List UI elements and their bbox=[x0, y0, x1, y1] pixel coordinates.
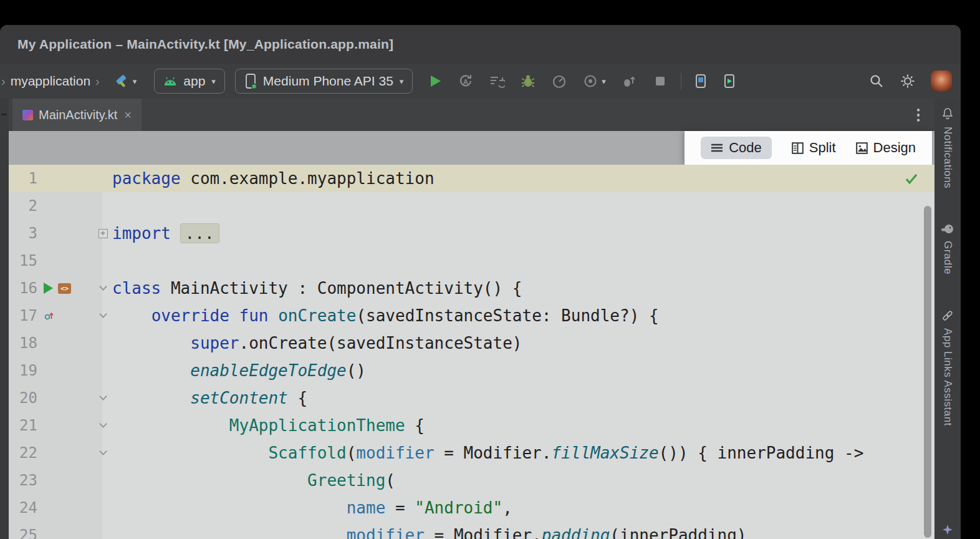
screenshot-root: { "titlebar": { "title": "My Application… bbox=[0, 0, 980, 539]
mode-code-label: Code bbox=[729, 140, 762, 156]
apply-code-changes-button[interactable] bbox=[489, 73, 505, 89]
sidebar-item-app-links-assistant[interactable]: App Links Assistant bbox=[941, 309, 954, 426]
code-text[interactable]: import ... bbox=[112, 224, 219, 243]
run-button[interactable] bbox=[428, 74, 443, 89]
gutter-icons bbox=[37, 310, 94, 321]
mode-design-button[interactable]: Design bbox=[856, 140, 916, 156]
code-text[interactable]: Scaffold(modifier = Modifier.fillMaxSize… bbox=[112, 444, 863, 462]
override-gutter-icon[interactable] bbox=[44, 310, 55, 321]
code-token: = Modifier. bbox=[425, 526, 542, 539]
sidebar-label: Gradle bbox=[941, 241, 954, 274]
line-number[interactable]: 24 bbox=[9, 499, 37, 517]
build-menu-button[interactable]: ▾ bbox=[113, 73, 137, 89]
search-everywhere-button[interactable] bbox=[868, 73, 885, 89]
line-number[interactable]: 25 bbox=[9, 527, 37, 539]
line-number[interactable]: 19 bbox=[9, 362, 37, 379]
code-line: 21 MyApplicationTheme { bbox=[9, 412, 934, 439]
code-editor[interactable]: 1package com.example.myapplication23+imp… bbox=[9, 165, 934, 539]
title-bar: My Application – MainActivity.kt [My_App… bbox=[0, 25, 961, 64]
code-area[interactable]: 1package com.example.myapplication23+imp… bbox=[9, 165, 934, 539]
fold-collapse-icon[interactable] bbox=[99, 392, 107, 401]
line-number[interactable]: 2 bbox=[9, 197, 37, 215]
module-selector[interactable]: app ▾ bbox=[154, 69, 225, 94]
running-devices-button[interactable] bbox=[721, 73, 737, 89]
line-number[interactable]: 21 bbox=[9, 417, 37, 434]
code-token: name bbox=[347, 498, 386, 517]
apply-changes-button[interactable]: A bbox=[458, 73, 474, 89]
fold-collapse-icon[interactable] bbox=[99, 283, 107, 291]
toolbar-right-group bbox=[868, 70, 954, 92]
code-token: modifier bbox=[347, 526, 425, 539]
code-token: "Android" bbox=[415, 498, 502, 517]
left-tool-window-bar[interactable] bbox=[0, 99, 9, 539]
line-number[interactable]: 3 bbox=[9, 225, 37, 242]
inspections-ok-icon[interactable] bbox=[905, 172, 918, 185]
tab-mainactivity[interactable]: MainActivity.kt × bbox=[12, 99, 142, 131]
editor-scrollbar[interactable] bbox=[924, 206, 931, 538]
fold-column bbox=[94, 397, 112, 399]
code-token: (savedInstanceState: Bundle?) { bbox=[356, 306, 658, 325]
code-text[interactable]: package com.example.myapplication bbox=[112, 169, 435, 188]
tab-close-icon[interactable]: × bbox=[124, 108, 132, 122]
line-number[interactable]: 20 bbox=[9, 389, 37, 407]
apply-changes-icon: A bbox=[458, 73, 474, 89]
fold-collapse-icon[interactable] bbox=[99, 420, 107, 428]
line-number[interactable]: 1 bbox=[9, 170, 37, 187]
bell-icon bbox=[941, 107, 954, 120]
device-manager-button[interactable] bbox=[693, 73, 709, 89]
editor-options-button[interactable]: ⋮ bbox=[911, 106, 926, 124]
fold-collapse-icon[interactable] bbox=[99, 310, 107, 318]
avatar[interactable] bbox=[931, 70, 952, 92]
code-text[interactable]: MyApplicationTheme { bbox=[112, 416, 425, 435]
code-line: 25 modifier = Modifier.padding(innerPadd… bbox=[9, 522, 934, 539]
fold-expand-icon[interactable]: + bbox=[98, 229, 108, 238]
code-text[interactable]: class MainActivity : ComponentActivity()… bbox=[112, 279, 522, 298]
code-text[interactable]: enableEdgeToEdge() bbox=[112, 361, 366, 380]
overflow-chevron-icon: › bbox=[1, 74, 6, 89]
line-number[interactable]: 15 bbox=[9, 252, 37, 270]
compose-gutter-icon[interactable]: <> bbox=[58, 283, 71, 294]
mode-code-button[interactable]: Code bbox=[701, 137, 772, 159]
mode-split-button[interactable]: Split bbox=[792, 140, 836, 156]
code-token: ( bbox=[385, 471, 395, 490]
line-number[interactable]: 17 bbox=[9, 307, 37, 324]
line-number[interactable]: 16 bbox=[9, 279, 37, 297]
code-text[interactable]: Greeting( bbox=[112, 471, 395, 490]
fold-collapse-icon[interactable] bbox=[99, 447, 107, 455]
debug-button[interactable] bbox=[520, 73, 536, 89]
line-number[interactable]: 23 bbox=[9, 472, 37, 489]
settings-button[interactable] bbox=[900, 73, 916, 89]
ai-assistant-icon[interactable] bbox=[942, 524, 953, 538]
device-selector[interactable]: Medium Phone API 35 ▾ bbox=[235, 69, 413, 94]
breadcrumb-chevron-icon: › bbox=[95, 74, 100, 89]
running-devices-icon bbox=[721, 73, 737, 89]
attach-debugger-button[interactable] bbox=[621, 73, 637, 89]
code-text[interactable]: name = "Android", bbox=[112, 498, 512, 517]
code-token: ()) { innerPadding -> bbox=[659, 444, 864, 462]
line-number[interactable]: 18 bbox=[9, 334, 37, 352]
code-text[interactable]: modifier = Modifier.padding(innerPadding… bbox=[112, 526, 747, 539]
run-gutter-icon[interactable] bbox=[44, 283, 53, 294]
ide-window: My Application – MainActivity.kt [My_App… bbox=[0, 25, 961, 539]
code-token bbox=[112, 498, 347, 517]
line-number[interactable]: 22 bbox=[9, 444, 37, 462]
code-token bbox=[112, 389, 190, 407]
code-token: { bbox=[288, 389, 307, 407]
code-text[interactable]: override fun onCreate(savedInstanceState… bbox=[112, 306, 659, 325]
gradle-icon bbox=[941, 223, 954, 235]
code-line: 23 Greeting( bbox=[9, 467, 934, 494]
sidebar-item-notifications[interactable]: Notifications bbox=[941, 107, 954, 188]
code-token: modifier bbox=[356, 444, 434, 462]
stop-button[interactable] bbox=[652, 73, 668, 89]
code-line: 19 enableEdgeToEdge() bbox=[9, 357, 934, 384]
code-token: setContent bbox=[190, 389, 288, 407]
more-run-options-button[interactable]: ▾ bbox=[582, 73, 606, 89]
editor-toolbar-strip: Code Split Design bbox=[9, 131, 934, 165]
code-text[interactable]: super.onCreate(savedInstanceState) bbox=[112, 334, 522, 352]
project-breadcrumb[interactable]: myapplication bbox=[11, 74, 90, 89]
code-text[interactable]: setContent { bbox=[112, 389, 307, 407]
code-token bbox=[112, 471, 307, 490]
profiler-button[interactable] bbox=[551, 73, 567, 89]
sidebar-item-gradle[interactable]: Gradle bbox=[941, 223, 954, 274]
svg-text:A: A bbox=[463, 78, 468, 85]
